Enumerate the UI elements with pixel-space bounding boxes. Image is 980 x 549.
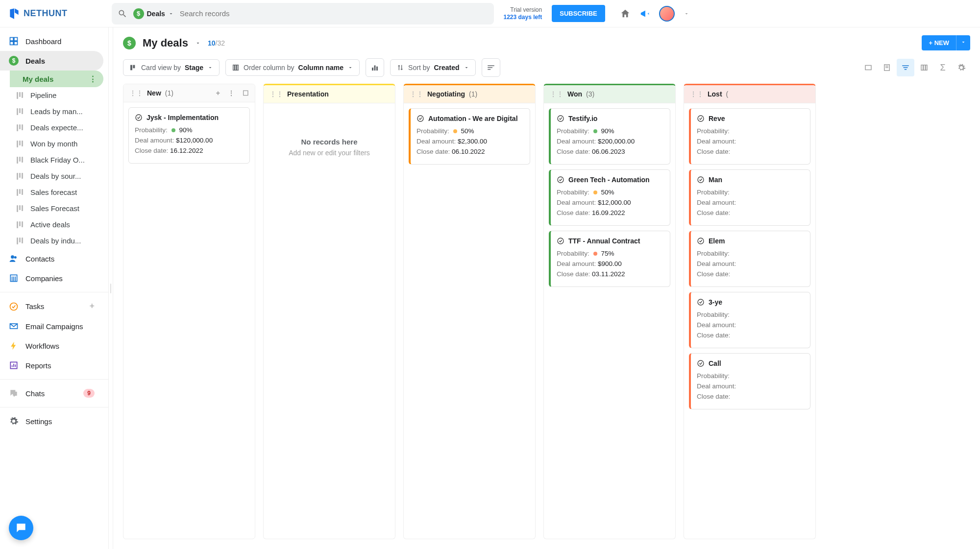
settings-button[interactable] (953, 59, 970, 76)
sidebar-item-companies[interactable]: Companies (0, 268, 103, 288)
sidebar-subitem[interactable]: Black Friday O... (10, 152, 103, 168)
kanban-mini-icon (17, 189, 24, 196)
sidebar-subitem[interactable]: Deals by indu... (10, 233, 103, 249)
sidebar-subitem[interactable]: Sales forecast (10, 184, 103, 200)
top-bar: NETHUNT $ Deals Trial version 1223 days … (0, 0, 980, 27)
svg-point-42 (698, 116, 704, 121)
deal-card[interactable]: ManProbability: Deal amount: Close date: (689, 169, 810, 226)
sidebar-subitem[interactable]: Won by month (10, 136, 103, 152)
chevron-down-icon[interactable] (684, 11, 689, 17)
deal-card[interactable]: ElemProbability: Deal amount: Close date… (689, 231, 810, 287)
columns-button[interactable] (915, 59, 933, 76)
sidebar-subitem[interactable]: Pipeline (10, 87, 103, 103)
check-circle-icon (557, 237, 564, 245)
intercom-fab[interactable] (9, 516, 33, 540)
sidebar-item-settings[interactable]: Settings (0, 411, 103, 431)
grip-icon[interactable]: ⋮⋮ (270, 90, 283, 98)
svg-rect-26 (488, 69, 490, 70)
sidebar-item-dashboard[interactable]: Dashboard (0, 31, 103, 51)
deal-card[interactable]: ReveProbability: Deal amount: Close date… (689, 108, 810, 165)
sidebar-item-reports[interactable]: Reports (0, 356, 103, 375)
kanban-mini-icon (17, 221, 24, 228)
column-header[interactable]: ⋮⋮New (1)+⋮☐ (123, 84, 255, 102)
sidebar-item-label: Deals expecte... (30, 123, 83, 132)
deal-card[interactable]: Testify.ioProbability: 90%Deal amount: $… (549, 108, 670, 165)
field-label: Deal amount: (697, 382, 736, 390)
checkbox-icon[interactable]: ☐ (243, 89, 249, 97)
avatar[interactable] (659, 6, 675, 22)
home-icon[interactable] (620, 8, 631, 19)
sidebar-item-workflows[interactable]: Workflows (0, 336, 103, 356)
subscribe-button[interactable]: SUBSCRIBE (552, 5, 605, 22)
svg-rect-36 (926, 65, 927, 71)
sidebar-item-deals[interactable]: $ Deals (0, 51, 103, 71)
board-column-won: ⋮⋮Won (3)Testify.ioProbability: 90%Deal … (543, 84, 676, 539)
sidebar-subitem[interactable]: Active deals (10, 216, 103, 233)
view-list-button[interactable] (878, 59, 896, 76)
logo[interactable]: NETHUNT (8, 7, 68, 20)
view-grid-button[interactable] (859, 59, 877, 76)
plus-icon[interactable]: + (216, 89, 220, 97)
probability-dot (593, 129, 597, 133)
new-button[interactable]: + NEW (922, 35, 956, 50)
chart-button[interactable] (366, 58, 384, 77)
sidebar-item-label: Chats (25, 389, 45, 398)
sidebar-item-label: Email Campaigns (25, 322, 83, 331)
grip-icon[interactable]: ⋮⋮ (410, 90, 423, 98)
deal-card[interactable]: CallProbability: Deal amount: Close date… (689, 353, 810, 409)
sort-selector[interactable]: Sort by Created (390, 59, 476, 76)
sidebar-subitem[interactable]: Deals expecte... (10, 119, 103, 136)
field-label: Probability: (697, 127, 730, 135)
chevron-down-icon[interactable] (195, 40, 201, 46)
grip-icon[interactable]: ⋮⋮ (129, 89, 143, 97)
sidebar-item-email[interactable]: Email Campaigns (0, 316, 103, 336)
column-header[interactable]: ⋮⋮Presentation (264, 85, 395, 103)
field-label: Close date: (697, 209, 730, 216)
deal-card[interactable]: TTF - Annual ContractProbability: 75%Dea… (549, 231, 670, 287)
order-selector[interactable]: Order column by Column name (225, 59, 360, 76)
sidebar-subitem[interactable]: Deals by sour... (10, 168, 103, 184)
sidebar-resize-handle[interactable] (109, 27, 113, 549)
sidebar-item-contacts[interactable]: Contacts (0, 249, 103, 268)
announce-icon[interactable] (639, 8, 650, 19)
filter-button[interactable] (897, 59, 914, 76)
sidebar-subitem[interactable]: Leads by man... (10, 103, 103, 119)
svg-point-41 (558, 238, 564, 244)
sidebar-subitem[interactable]: Sales Forecast (10, 200, 103, 216)
sidebar-item-label: Deals by sour... (30, 172, 81, 180)
svg-rect-21 (372, 68, 373, 71)
sidebar-subitem[interactable]: My deals⋮ (10, 71, 103, 87)
svg-rect-35 (924, 65, 926, 71)
sidebar-item-label: Sales forecast (30, 188, 77, 196)
grip-icon[interactable]: ⋮⋮ (550, 90, 564, 98)
search-bar[interactable]: $ Deals (112, 3, 494, 24)
plus-icon[interactable]: + (89, 301, 95, 311)
search-input[interactable] (180, 9, 488, 18)
more-icon[interactable]: ⋮ (89, 74, 97, 83)
column-header[interactable]: ⋮⋮Lost ( (684, 85, 815, 103)
cardview-selector[interactable]: Card view by Stage (123, 59, 220, 76)
email-icon (9, 321, 19, 331)
svg-rect-24 (488, 66, 494, 67)
column-header[interactable]: ⋮⋮Won (3) (544, 85, 675, 103)
order-label: Order column by (244, 64, 294, 72)
sort-lines-button[interactable] (482, 58, 500, 77)
column-header[interactable]: ⋮⋮Negotiating (1) (404, 85, 535, 103)
sidebar-item-tasks[interactable]: Tasks + (0, 296, 103, 316)
deal-card[interactable]: Green Tech - AutomationProbability: 50%D… (549, 169, 670, 226)
toolbar: Card view by Stage Order column by Colum… (113, 55, 980, 84)
check-circle-icon (557, 176, 564, 184)
sidebar-item-chats[interactable]: Chats 9 (0, 383, 103, 403)
deal-card[interactable]: 3-yeProbability: Deal amount: Close date… (689, 292, 810, 348)
search-context[interactable]: $ Deals (133, 8, 174, 19)
sidebar-item-label: Pipeline (30, 91, 56, 99)
trial-days[interactable]: 1223 days left (504, 14, 542, 21)
field-label: Close date: (697, 332, 730, 339)
new-button-dropdown[interactable] (956, 35, 970, 50)
deal-card[interactable]: Jysk - ImplementationProbability: 90%Dea… (128, 107, 250, 164)
deal-card[interactable]: Automation - We are DigitalProbability: … (409, 108, 530, 165)
chevron-down-icon (464, 65, 469, 71)
more-icon[interactable]: ⋮ (228, 89, 235, 97)
sum-button[interactable]: Σ (934, 59, 952, 76)
grip-icon[interactable]: ⋮⋮ (690, 90, 704, 98)
